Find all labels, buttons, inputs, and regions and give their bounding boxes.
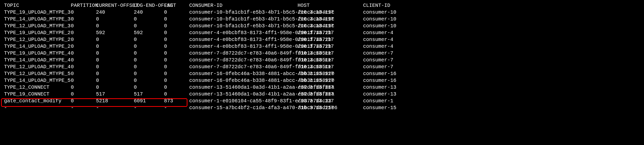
cell-partition: 0 [71, 36, 96, 43]
cell-consumer-id: consumer-4-e0bcbf83-8173-4ff1-958e-020e1… [189, 36, 298, 43]
cell-current-offset: 0 [96, 50, 134, 57]
table-row: TYPE_19_CONNECT05175170consumer-13-51460… [4, 91, 640, 98]
cell-consumer-id: consumer-15-a7bc4bf2-c1da-4fa3-a470-81bc… [189, 104, 298, 111]
table-row: TYPE_12_UPLOAD_MTYPE_20000consumer-4-e0b… [4, 36, 640, 43]
cell-client-id: consumer-16 [363, 77, 401, 84]
cell-log-end-offset: 0 [134, 84, 164, 91]
cell-host: /10.3.13.117 [298, 50, 363, 57]
cell-log-end-offset: 0 [134, 36, 164, 43]
cell-lag: 0 [164, 84, 189, 91]
cell-current-offset: 0 [96, 63, 134, 70]
cell-lag: 0 [164, 70, 189, 77]
cell-topic: TYPE_12_UPLOAD_MTYPE_5 [4, 70, 71, 77]
header-current-offset: CURRENT-OFFSET [96, 2, 134, 9]
cell-partition: 0 [71, 22, 96, 29]
cell-log-end-offset: 240 [134, 9, 164, 16]
cell-current-offset: 0 [96, 16, 134, 22]
cell-topic: TYPE_19_UPLOAD_MTYPE_3 [4, 9, 71, 16]
cell-topic: TYPE_14_UPLOAD_MTYPE_4 [4, 57, 71, 63]
cell-host: /10.3.13.117 [298, 43, 363, 50]
table-row: TYPE_14_UPLOAD_MTYPE_20000consumer-4-e0b… [4, 43, 640, 50]
cell-topic: TYPE_12_UPLOAD_MTYPE_4 [4, 63, 71, 70]
cell-log-end-offset: 592 [134, 29, 164, 36]
table-row: TYPE_14_UPLOAD_MTYPE_50000consumer-16-0f… [4, 77, 640, 84]
cell-consumer-id: consumer-7-d8722dc7-e783-40a6-849f-f91e1… [189, 50, 298, 57]
cell-partition: 0 [71, 9, 96, 16]
table-row: TYPE_19_UPLOAD_MTYPE_205925920consumer-4… [4, 29, 640, 36]
header-topic: TOPIC [4, 2, 71, 9]
cell-client-id: consumer-16 [363, 70, 401, 77]
cell-lag: 0 [164, 22, 189, 29]
cell-lag: 0 [164, 16, 189, 22]
cell-consumer-id: consumer-16-0febc46a-b338-4881-abcc-4bb3… [189, 77, 298, 84]
table-row: TYPE_19_UPLOAD_MTYPE_40000consumer-7-d87… [4, 50, 640, 57]
cell-client-id: consumer-15 [363, 104, 401, 111]
table-row: TYPE_19_UPLOAD_MTYPE_302402400consumer-1… [4, 9, 640, 16]
cell-host: /10.3.13.117 [298, 57, 363, 63]
cell-partition: 0 [71, 91, 96, 98]
cell-lag: 0 [164, 9, 189, 16]
cell-topic: TYPE_12_UPLOAD_MTYPE_3 [4, 22, 71, 29]
cell-partition: 0 [71, 77, 96, 84]
table-row: TYPE_12_CONNECT0000consumer-13-51460da1-… [4, 84, 640, 91]
cell-lag: 0 [164, 57, 189, 63]
cell-lag: 0 [164, 36, 189, 43]
cell-host: /10.3.13.117 [298, 16, 363, 22]
cell-consumer-id: consumer-13-51460da1-0a3d-41b1-a2aa-e62d… [189, 91, 298, 98]
cell-current-offset: 0 [96, 22, 134, 29]
cell-host: /10.3.13.117 [298, 104, 363, 111]
cell-partition: 0 [71, 29, 96, 36]
table-row: gate_contact_modify052186091873consumer-… [4, 98, 640, 104]
cell-topic: TYPE_19_UPLOAD_MTYPE_4 [4, 50, 71, 57]
cell-host: /10.3.13.117 [298, 29, 363, 36]
cell-topic: TYPE_19_CONNECT [4, 91, 71, 98]
cell-partition: 0 [71, 16, 96, 22]
cell-host: /10.3.13.117 [298, 77, 363, 84]
cell-partition: 0 [71, 57, 96, 63]
cell-current-offset: 0 [96, 57, 134, 63]
cell-client-id: consumer-4 [363, 29, 401, 36]
cell-log-end-offset: 0 [134, 63, 164, 70]
cell-client-id: consumer-4 [363, 36, 401, 43]
cell-log-end-offset: 0 [134, 22, 164, 29]
cell-host: /10.3.13.117 [298, 9, 363, 16]
cell-current-offset: 0 [96, 77, 134, 84]
cell-client-id: consumer-10 [363, 9, 401, 16]
cell-current-offset: 517 [96, 91, 134, 98]
table-row: TYPE_12_UPLOAD_MTYPE_50000consumer-16-0f… [4, 70, 640, 77]
cell-lag: - [164, 104, 189, 111]
cell-client-id: consumer-1 [363, 98, 401, 104]
cell-partition: 0 [71, 50, 96, 57]
cell-consumer-id: consumer-10-bfa1cb1f-e5b3-4b71-b5c5-2ccc… [189, 22, 298, 29]
cell-log-end-offset: 0 [134, 43, 164, 50]
cell-client-id: consumer-7 [363, 63, 401, 70]
header-log-end-offset: LOG-END-OFFSET [134, 2, 164, 9]
cell-topic: - [4, 104, 71, 111]
table-row: TYPE_12_UPLOAD_MTYPE_30000consumer-10-bf… [4, 22, 640, 29]
cell-client-id: consumer-7 [363, 57, 401, 63]
cell-topic: TYPE_12_CONNECT [4, 84, 71, 91]
cell-client-id: consumer-10 [363, 22, 401, 29]
cell-partition: 0 [71, 84, 96, 91]
cell-partition: 0 [71, 43, 96, 50]
cell-log-end-offset: 0 [134, 57, 164, 63]
cell-consumer-id: consumer-7-d8722dc7-e783-40a6-849f-f91e1… [189, 57, 298, 63]
table-body: TYPE_19_UPLOAD_MTYPE_302402400consumer-1… [4, 9, 640, 111]
table-row: TYPE_14_UPLOAD_MTYPE_40000consumer-7-d87… [4, 57, 640, 63]
table-row: TYPE_14_UPLOAD_MTYPE_30000consumer-10-bf… [4, 16, 640, 22]
cell-current-offset: 240 [96, 9, 134, 16]
cell-log-end-offset: 6091 [134, 98, 164, 104]
header-partition: PARTITION [71, 2, 96, 9]
cell-log-end-offset: 0 [134, 70, 164, 77]
cell-current-offset: 0 [96, 43, 134, 50]
cell-consumer-id: consumer-13-51460da1-0a3d-41b1-a2aa-e62d… [189, 84, 298, 91]
cell-host: /10.3.13.117 [298, 84, 363, 91]
cell-host: /10.3.13.117 [298, 22, 363, 29]
header-client-id: CLIENT-ID [363, 2, 401, 9]
cell-lag: 0 [164, 50, 189, 57]
cell-lag: 0 [164, 77, 189, 84]
cell-current-offset: - [96, 104, 134, 111]
cell-partition: 0 [71, 70, 96, 77]
cell-topic: TYPE_19_UPLOAD_MTYPE_2 [4, 29, 71, 36]
cell-log-end-offset: 517 [134, 91, 164, 98]
